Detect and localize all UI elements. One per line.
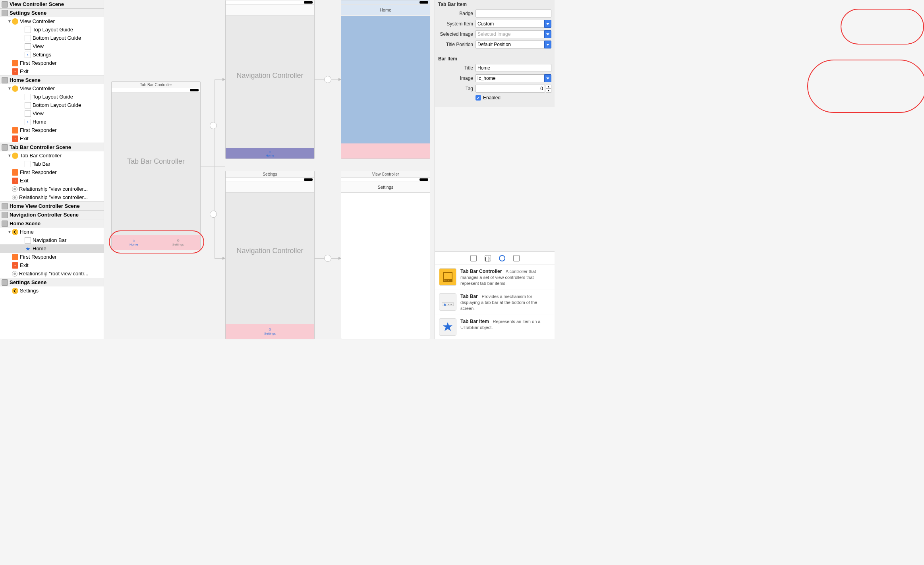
outline-item[interactable]: ▼View Controller: [0, 84, 104, 93]
disclosure-icon[interactable]: ▼: [7, 86, 12, 91]
outline-scene-header[interactable]: Home View Controller Scene: [0, 202, 104, 210]
controller-label: Tab Bar Controller: [112, 157, 200, 166]
svg-point-2: [445, 280, 446, 281]
first-responder-icon: [12, 127, 18, 134]
disclosure-icon[interactable]: ▼: [7, 230, 12, 234]
home-view-controller[interactable]: Home: [341, 0, 430, 159]
star-icon: ★: [25, 246, 31, 252]
segue-icon[interactable]: [210, 122, 217, 129]
view-icon: [25, 43, 31, 50]
arrow-icon: [222, 78, 225, 81]
outline-item[interactable]: ‹Home: [0, 118, 104, 126]
nav-controller-home[interactable]: Navigation Controller ⌂ Home: [225, 0, 315, 159]
disclosure-icon[interactable]: ▼: [7, 19, 12, 23]
document-outline[interactable]: View Controller SceneSettings Scene▼View…: [0, 0, 104, 339]
enabled-checkbox[interactable]: ✓ Enabled: [476, 95, 501, 101]
outline-scene-header[interactable]: Home Scene: [0, 76, 104, 84]
outline-item[interactable]: View: [0, 109, 104, 118]
outline-item[interactable]: Navigation Bar: [0, 236, 104, 244]
tab-bar: [341, 143, 430, 159]
view-body: [341, 16, 430, 143]
tab-item-settings[interactable]: ⚙ Settings: [156, 235, 201, 250]
outline-scene-header[interactable]: View Controller Scene: [0, 0, 104, 8]
outline-item[interactable]: Relationship "view controller...: [0, 193, 104, 201]
dropdown-icon[interactable]: [544, 74, 551, 82]
selected-image-label: Selected Image: [438, 31, 473, 37]
outline-item[interactable]: First Responder: [0, 253, 104, 261]
segue-icon[interactable]: [324, 76, 331, 83]
badge-input[interactable]: [476, 10, 551, 17]
system-item-select[interactable]: [476, 20, 551, 28]
stepper-icon[interactable]: ▲▼: [546, 85, 551, 93]
settings-view-controller[interactable]: View Controller Settings: [341, 171, 430, 339]
outline-item[interactable]: →Exit: [0, 176, 104, 185]
back-icon: ‹: [25, 119, 31, 125]
segue-icon[interactable]: [324, 255, 331, 262]
tabbar-controller-scene[interactable]: Tab Bar Controller Tab Bar Controller ⌂ …: [111, 81, 201, 250]
file-template-icon[interactable]: [470, 255, 477, 261]
object-library-icon[interactable]: [499, 255, 505, 261]
library-item-tabbar[interactable]: Tab Bar - Provides a mechanism for displ…: [435, 290, 555, 315]
home-icon: ⌂: [133, 239, 135, 242]
first-responder-icon: [12, 254, 18, 260]
title-position-select[interactable]: [476, 41, 551, 48]
storyboard-icon: [2, 279, 8, 286]
outline-item[interactable]: Settings: [0, 286, 104, 295]
library-item-tabbaritem[interactable]: Tab Bar Item - Represents an item on a U…: [435, 315, 555, 339]
outline-item[interactable]: Relationship "view controller...: [0, 185, 104, 193]
outline-item[interactable]: ★Home: [0, 244, 104, 253]
outline-item[interactable]: First Responder: [0, 126, 104, 134]
outline-item[interactable]: ▼Tab Bar Controller: [0, 151, 104, 160]
storyboard-icon: [2, 77, 8, 83]
outline-item[interactable]: →Exit: [0, 134, 104, 143]
outline-item[interactable]: Tab Bar: [0, 160, 104, 168]
outline-item[interactable]: First Responder: [0, 59, 104, 67]
storyboard-icon: [2, 144, 8, 151]
relationship-icon: [12, 271, 17, 277]
outline-scene-header[interactable]: Settings Scene: [0, 9, 104, 17]
selected-image-select[interactable]: [476, 30, 551, 38]
outline-item[interactable]: Bottom Layout Guide: [0, 34, 104, 42]
tag-input[interactable]: ▲▼: [476, 85, 551, 93]
tab-item-settings: ⚙ Settings: [226, 324, 314, 339]
outline-item[interactable]: →Exit: [0, 67, 104, 75]
outline-scene-header[interactable]: Navigation Controller Scene: [0, 211, 104, 219]
outline-item[interactable]: ▼Home: [0, 228, 104, 236]
outline-item[interactable]: →Exit: [0, 261, 104, 269]
tab-bar[interactable]: ⌂ Home ⚙ Settings: [112, 235, 200, 250]
exit-icon: →: [12, 262, 18, 269]
outline-item[interactable]: ‹Settings: [0, 50, 104, 59]
back-icon: ‹: [25, 52, 31, 58]
outline-item[interactable]: Top Layout Guide: [0, 93, 104, 101]
arrow-icon: [222, 257, 225, 260]
image-select[interactable]: [476, 74, 551, 82]
title-input[interactable]: [476, 64, 551, 72]
storyboard-icon: [2, 10, 8, 16]
viewcontroller-icon: [12, 85, 18, 92]
dropdown-icon[interactable]: [544, 41, 551, 48]
tab-item-home[interactable]: ⌂ Home: [112, 235, 156, 250]
outline-item[interactable]: Top Layout Guide: [0, 25, 104, 34]
outline-item[interactable]: Relationship "root view contr...: [0, 269, 104, 278]
disclosure-icon[interactable]: ▼: [7, 153, 12, 158]
scene-title: Tab Bar Controller: [112, 82, 200, 88]
outline-item[interactable]: First Responder: [0, 168, 104, 176]
object-library[interactable]: Tab Bar Controller - A controller that m…: [435, 265, 555, 339]
library-tabs[interactable]: { }: [435, 252, 555, 265]
nav-controller-settings[interactable]: Settings Navigation Controller ⚙ Setting…: [225, 171, 315, 339]
outline-scene-header[interactable]: Tab Bar Controller Scene: [0, 143, 104, 151]
outline-scene-header[interactable]: Settings Scene: [0, 278, 104, 286]
segue-icon[interactable]: [210, 211, 217, 218]
outline-item[interactable]: Bottom Layout Guide: [0, 101, 104, 109]
storyboard-canvas[interactable]: Tab Bar Controller Tab Bar Controller ⌂ …: [104, 0, 435, 339]
outline-item[interactable]: ▼View Controller: [0, 17, 104, 25]
section-title: Bar Item: [438, 54, 551, 64]
outline-item[interactable]: View: [0, 42, 104, 50]
dropdown-icon[interactable]: [544, 20, 551, 28]
media-library-icon[interactable]: [513, 255, 520, 261]
outline-scene-header[interactable]: Home Scene: [0, 219, 104, 228]
relationship-icon: [12, 186, 17, 192]
dropdown-icon[interactable]: [544, 30, 551, 38]
library-item-tabbarcontroller[interactable]: Tab Bar Controller - A controller that m…: [435, 265, 555, 290]
code-snippet-icon[interactable]: { }: [485, 255, 491, 261]
